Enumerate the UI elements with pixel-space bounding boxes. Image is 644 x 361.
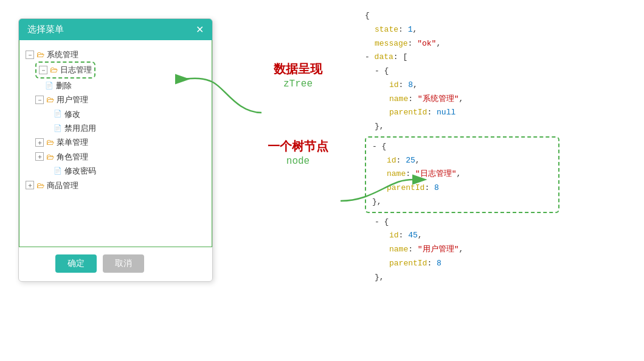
json-line-name1: name: "系统管理", bbox=[389, 93, 620, 107]
json-line-pid3: parentId: 8 bbox=[389, 257, 620, 271]
annotations-area: 数据呈现 zTree 一个树节点 node bbox=[213, 61, 383, 167]
json-panel: { state: 1, message: "ok", - data: [ - {… bbox=[365, 9, 620, 284]
label-disable: 禁用启用 bbox=[64, 121, 96, 135]
tree-item-user[interactable]: － 🗁 用户管理 bbox=[35, 93, 206, 107]
expand-role[interactable]: ＋ bbox=[35, 152, 44, 161]
dialog-title: 选择菜单 bbox=[27, 24, 64, 35]
label-log: 日志管理 bbox=[60, 63, 92, 77]
tree-item-modify[interactable]: 📄 修改 bbox=[54, 107, 206, 121]
json-line-id2: id: 25, bbox=[387, 154, 552, 168]
tree-item-changepwd[interactable]: 📄 修改密码 bbox=[54, 164, 206, 178]
json-node-box: - { id: 25, name: "日志管理", parentId: 8 }, bbox=[365, 136, 559, 213]
menu-tree: － 🗁 系统管理 － 🗁 日志管理 📄 删除 － 🗁 bbox=[26, 47, 206, 192]
json-line-1: state: 1, bbox=[375, 23, 620, 37]
cancel-button[interactable]: 取消 bbox=[103, 254, 144, 273]
folder-icon-role: 🗁 bbox=[46, 150, 54, 164]
expand-user[interactable]: － bbox=[35, 96, 44, 104]
tree-item-menu[interactable]: ＋ 🗁 菜单管理 bbox=[35, 135, 206, 149]
annotation-sub-1: zTree bbox=[213, 79, 383, 89]
folder-icon-log: 🗁 bbox=[50, 63, 58, 77]
file-icon-changepwd: 📄 bbox=[54, 165, 62, 177]
tree-item-delete[interactable]: 📄 删除 bbox=[45, 79, 206, 93]
confirm-button[interactable]: 确定 bbox=[55, 254, 97, 273]
expand-system[interactable]: － bbox=[26, 51, 34, 59]
dialog-header: 选择菜单 ✕ bbox=[19, 19, 212, 40]
json-line-id1: id: 8, bbox=[389, 79, 620, 93]
folder-icon-user: 🗁 bbox=[46, 93, 54, 107]
json-line-name3: name: "用户管理", bbox=[389, 243, 620, 257]
json-line-name2: name: "日志管理", bbox=[387, 167, 552, 181]
label-role: 角色管理 bbox=[57, 150, 88, 164]
dialog-body: － 🗁 系统管理 － 🗁 日志管理 📄 删除 － 🗁 bbox=[19, 40, 212, 247]
close-icon[interactable]: ✕ bbox=[196, 24, 204, 35]
json-obj-2: - { bbox=[372, 140, 552, 154]
file-icon-disable: 📄 bbox=[54, 122, 62, 135]
label-menu: 菜单管理 bbox=[57, 135, 88, 149]
label-modify: 修改 bbox=[64, 107, 80, 121]
expand-product[interactable]: ＋ bbox=[26, 181, 34, 189]
tree-item-log[interactable]: － 🗁 日志管理 bbox=[35, 61, 206, 78]
json-obj-2-close: }, bbox=[372, 195, 552, 209]
label-system: 系统管理 bbox=[47, 47, 78, 61]
json-obj-3: - { bbox=[375, 216, 620, 230]
expand-log[interactable]: － bbox=[39, 66, 47, 74]
json-obj-1-close: }, bbox=[375, 120, 620, 134]
tree-item-product[interactable]: ＋ 🗁 商品管理 bbox=[26, 178, 206, 192]
json-line-0: { bbox=[365, 9, 620, 23]
json-line-pid1: parentId: null bbox=[389, 106, 620, 120]
annotation-label-2: 一个树节点 bbox=[213, 138, 383, 155]
label-delete: 删除 bbox=[56, 79, 72, 93]
expand-menu[interactable]: ＋ bbox=[35, 138, 44, 147]
tree-item-role[interactable]: ＋ 🗁 角色管理 bbox=[35, 150, 206, 164]
json-line-id3: id: 45, bbox=[389, 229, 620, 243]
annotation-sub-2: node bbox=[213, 156, 383, 167]
select-menu-dialog: 选择菜单 ✕ － 🗁 系统管理 － 🗁 日志管理 📄 删除 bbox=[18, 18, 213, 282]
label-product: 商品管理 bbox=[47, 178, 78, 192]
json-obj-3-close: }, bbox=[375, 271, 620, 285]
json-line-pid2: parentId: 8 bbox=[387, 181, 552, 195]
json-line-3: - data: [ bbox=[365, 51, 620, 65]
folder-icon-product: 🗁 bbox=[36, 178, 44, 192]
file-icon-modify: 📄 bbox=[54, 108, 62, 120]
tree-item-disable[interactable]: 📄 禁用启用 bbox=[54, 121, 206, 135]
annotation-label-1: 数据呈现 bbox=[213, 61, 383, 77]
json-line-2: message: "ok", bbox=[375, 37, 620, 51]
folder-icon-system: 🗁 bbox=[36, 47, 44, 61]
dialog-footer: 确定 取消 bbox=[19, 247, 212, 281]
label-changepwd: 修改密码 bbox=[64, 164, 96, 178]
label-user: 用户管理 bbox=[57, 93, 88, 107]
file-icon-delete: 📄 bbox=[45, 80, 54, 92]
json-obj-1: - { bbox=[375, 65, 620, 79]
tree-item-system[interactable]: － 🗁 系统管理 bbox=[26, 47, 206, 61]
folder-icon-menu: 🗁 bbox=[46, 135, 54, 149]
